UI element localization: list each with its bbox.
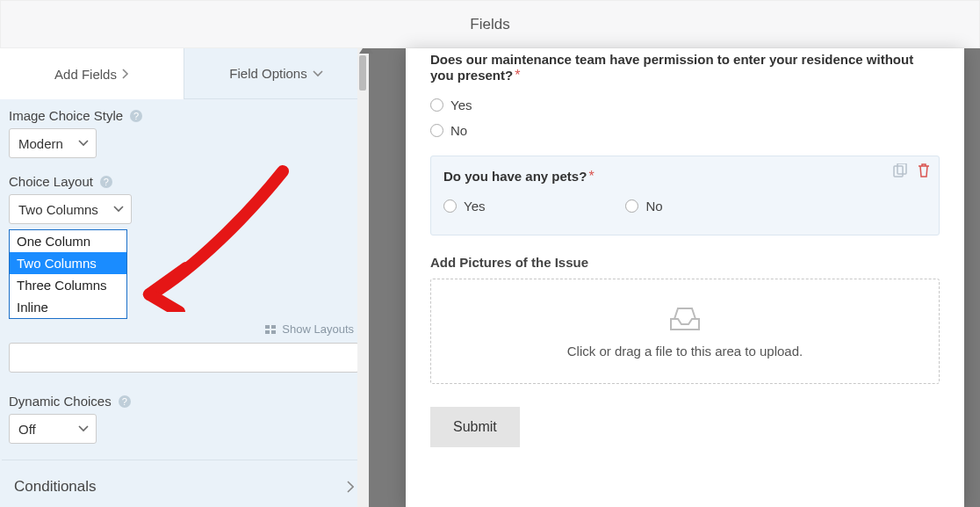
choice-layout-option[interactable]: Three Columns xyxy=(10,274,126,296)
radio-option[interactable]: Yes xyxy=(430,92,940,118)
image-choice-style-label-row: Image Choice Style ? xyxy=(0,99,368,128)
image-choice-style-value: Modern xyxy=(18,136,63,151)
radio-option[interactable]: No xyxy=(430,118,940,143)
field-actions xyxy=(893,163,930,177)
svg-rect-4 xyxy=(894,166,903,177)
page-title: Fields xyxy=(470,16,509,33)
chevron-right-icon xyxy=(122,69,129,79)
panel-scrollbar[interactable] xyxy=(357,48,368,507)
radio-label: Yes xyxy=(464,199,485,214)
choice-layout-label: Choice Layout xyxy=(9,174,93,189)
image-choice-style-label: Image Choice Style xyxy=(9,108,123,123)
upload-hint: Click or drag a file to this area to upl… xyxy=(567,344,803,359)
radio-label: Yes xyxy=(450,98,472,112)
svg-rect-0 xyxy=(265,325,270,329)
choice-layout-option[interactable]: Two Columns xyxy=(10,252,126,274)
conditionals-label: Conditionals xyxy=(14,478,97,496)
duplicate-icon[interactable] xyxy=(893,163,909,177)
svg-rect-2 xyxy=(265,330,270,334)
tab-add-fields[interactable]: Add Fields xyxy=(0,48,184,99)
preview-area: Does our maintenance team have permissio… xyxy=(369,48,980,507)
svg-rect-3 xyxy=(271,330,276,334)
chevron-down-icon xyxy=(113,206,124,213)
help-icon[interactable]: ? xyxy=(130,110,142,122)
question-pets-selected[interactable]: Do you have any pets?* Yes No xyxy=(430,156,940,235)
show-layouts-link[interactable]: Show Layouts xyxy=(0,319,368,341)
chevron-right-icon xyxy=(347,481,354,493)
question-permission: Does our maintenance team have permissio… xyxy=(430,48,940,143)
dynamic-choices-label: Dynamic Choices xyxy=(9,394,112,409)
radio-option[interactable]: No xyxy=(625,193,662,219)
radio-icon xyxy=(430,98,443,112)
tab-field-options[interactable]: Field Options xyxy=(184,48,368,99)
image-choice-style-select[interactable]: Modern xyxy=(9,128,97,158)
required-asterisk-icon: * xyxy=(515,68,520,83)
left-panel: Add Fields Field Options Image Choice St… xyxy=(0,48,369,507)
radio-icon xyxy=(443,199,457,213)
chevron-down-icon xyxy=(78,140,89,147)
submit-button[interactable]: Submit xyxy=(430,407,520,447)
required-asterisk-icon: * xyxy=(588,169,594,184)
tab-add-fields-label: Add Fields xyxy=(54,67,117,82)
conditionals-accordion[interactable]: Conditionals xyxy=(2,460,366,507)
choice-layout-value: Two Columns xyxy=(18,202,98,217)
scrollbar-thumb[interactable] xyxy=(359,55,366,91)
grid-icon xyxy=(265,325,276,334)
choice-layout-dropdown[interactable]: One Column Two Columns Three Columns Inl… xyxy=(9,229,127,319)
top-bar: Fields xyxy=(0,0,980,48)
help-icon[interactable]: ? xyxy=(119,395,131,408)
choice-layout-select[interactable]: Two Columns xyxy=(9,194,132,224)
upload-label: Add Pictures of the Issue xyxy=(430,255,940,270)
content: Add Fields Field Options Image Choice St… xyxy=(0,48,980,507)
radio-label: No xyxy=(450,123,467,138)
radio-icon xyxy=(430,124,443,137)
question-label: Do you have any pets? xyxy=(443,169,587,184)
show-layouts-label: Show Layouts xyxy=(282,322,354,336)
help-icon[interactable]: ? xyxy=(100,176,112,188)
dynamic-choices-label-row: Dynamic Choices ? xyxy=(0,385,368,414)
upload-dropzone[interactable]: Click or drag a file to this area to upl… xyxy=(430,279,940,384)
svg-rect-5 xyxy=(897,163,906,174)
tab-field-options-label: Field Options xyxy=(229,66,306,81)
css-class-input[interactable] xyxy=(9,343,359,373)
dynamic-choices-select[interactable]: Off xyxy=(9,414,97,444)
radio-label: No xyxy=(645,199,662,214)
radio-option[interactable]: Yes xyxy=(443,193,485,219)
svg-rect-1 xyxy=(271,325,276,329)
trash-icon[interactable] xyxy=(918,163,930,177)
inbox-icon xyxy=(667,305,703,333)
panel-tabs: Add Fields Field Options xyxy=(0,48,368,99)
two-column-radios: Yes No xyxy=(443,193,926,219)
dynamic-choices-value: Off xyxy=(18,422,36,437)
chevron-down-icon xyxy=(78,425,89,432)
form-card: Does our maintenance team have permissio… xyxy=(406,48,964,507)
question-label: Does our maintenance team have permissio… xyxy=(430,52,913,83)
panel-body: Add Fields Field Options Image Choice St… xyxy=(0,48,368,507)
chevron-down-icon xyxy=(313,70,323,77)
choice-layout-label-row: Choice Layout ? xyxy=(0,165,368,194)
choice-layout-option[interactable]: Inline xyxy=(10,296,126,318)
radio-icon xyxy=(625,199,638,213)
choice-layout-option[interactable]: One Column xyxy=(10,230,126,252)
